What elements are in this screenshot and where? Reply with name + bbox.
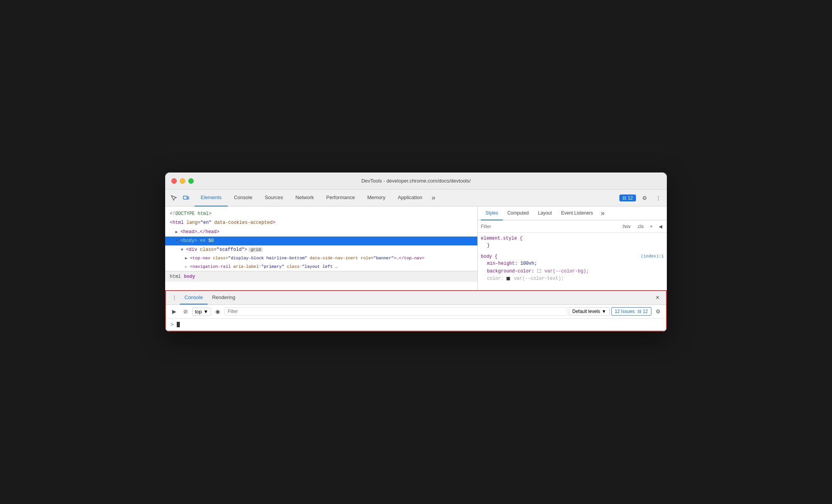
top-label: top xyxy=(195,309,202,315)
tab-elements[interactable]: Elements xyxy=(194,189,228,206)
color-swatch[interactable] xyxy=(506,277,510,281)
elements-panel: <!DOCTYPE html> <html lang="en" data-coo… xyxy=(165,206,478,290)
breadcrumb-html[interactable]: html xyxy=(170,274,181,279)
style-prop-min-height[interactable]: min-height: 100vh; xyxy=(481,260,664,267)
maximize-button[interactable] xyxy=(188,178,194,184)
tab-application[interactable]: Application xyxy=(392,189,429,206)
tab-memory[interactable]: Memory xyxy=(361,189,392,206)
close-drawer-button[interactable]: × xyxy=(652,292,663,303)
settings-icon[interactable]: ⚙ xyxy=(639,193,650,203)
styles-filter-bar: :hov .cls + ◀ xyxy=(478,220,667,233)
styles-filter-input[interactable] xyxy=(481,224,617,229)
dropdown-arrow-icon: ▼ xyxy=(203,309,208,315)
bg-color-swatch[interactable] xyxy=(537,269,541,273)
issues-count-button[interactable]: 12 Issues: ⊟ 12 xyxy=(611,307,651,316)
more-options-icon[interactable]: ⋮ xyxy=(653,193,664,203)
execute-script-icon[interactable]: ▶ xyxy=(169,306,179,316)
body-source[interactable]: (index):1 xyxy=(641,254,664,260)
dom-body[interactable]: ▼ <body> == $0 xyxy=(165,237,477,245)
dom-div-scaffold[interactable]: ▼ <div class="scaffold">grid xyxy=(165,245,477,254)
minimize-button[interactable] xyxy=(180,178,185,184)
clear-console-icon[interactable]: ⊘ xyxy=(181,306,191,316)
issues-label: 12 Issues: xyxy=(615,309,636,314)
svg-rect-1 xyxy=(187,197,189,199)
device-toolbar-icon[interactable] xyxy=(181,193,191,203)
tabbar-right: ⊟ 12 ⚙ ⋮ xyxy=(619,193,664,203)
filter-cls-button[interactable]: .cls xyxy=(635,223,645,230)
issues-badge[interactable]: ⊟ 12 xyxy=(619,194,636,201)
styles-tabs: Styles Computed Layout Event Listeners » xyxy=(478,206,667,220)
issues-icon: ⊟ xyxy=(622,195,626,201)
styles-more-tabs[interactable]: » xyxy=(598,206,608,220)
main-content: <!DOCTYPE html> <html lang="en" data-coo… xyxy=(165,206,667,290)
console-cursor: | xyxy=(177,322,180,327)
window-title: DevTools - developer.chrome.com/docs/dev… xyxy=(361,178,470,184)
style-rule-element: element.style { } xyxy=(481,236,664,249)
body-selector[interactable]: body { xyxy=(481,254,497,259)
traffic-lights xyxy=(171,178,194,184)
console-drawer-more-icon[interactable]: ⋮ xyxy=(169,292,180,303)
breadcrumb-body[interactable]: body xyxy=(184,274,195,279)
console-body[interactable]: > | xyxy=(166,319,666,331)
dom-doctype[interactable]: <!DOCTYPE html> xyxy=(165,210,477,218)
console-toolbar: ▶ ⊘ top ▼ ◉ Default levels ▼ 12 Issues: … xyxy=(166,305,666,319)
tab-event-listeners[interactable]: Event Listeners xyxy=(556,206,598,220)
svg-rect-0 xyxy=(183,196,187,199)
inspect-element-icon[interactable] xyxy=(168,193,179,203)
tab-console[interactable]: Console xyxy=(228,189,259,206)
tab-network[interactable]: Network xyxy=(289,189,320,206)
console-drawer: ⋮ Console Rendering × ▶ ⊘ top ▼ ◉ Defaul… xyxy=(165,290,667,331)
title-bar: DevTools - developer.chrome.com/docs/dev… xyxy=(165,173,667,189)
issues-count-label: 12 xyxy=(643,309,648,314)
issues-icon-small: ⊟ xyxy=(638,309,641,314)
tab-layout[interactable]: Layout xyxy=(533,206,556,220)
styles-panel: Styles Computed Layout Event Listeners »… xyxy=(478,206,667,290)
tab-icons xyxy=(168,193,191,203)
default-levels-arrow: ▼ xyxy=(602,309,606,314)
console-chevron: > xyxy=(171,322,174,328)
default-levels-label: Default levels xyxy=(572,309,600,314)
tab-performance[interactable]: Performance xyxy=(320,189,361,206)
top-frame-selector[interactable]: top ▼ xyxy=(192,308,211,316)
filter-toggle-button[interactable]: ◀ xyxy=(657,223,664,230)
filter-plus-button[interactable]: + xyxy=(648,223,654,230)
style-selector[interactable]: element.style { xyxy=(481,236,664,241)
close-button[interactable] xyxy=(171,178,177,184)
style-prop-bg-color[interactable]: background-color: var(--color-bg); xyxy=(481,268,664,275)
default-levels-button[interactable]: Default levels ▼ xyxy=(569,307,610,316)
dom-nav-rail[interactable]: ▶ <navigation-rail aria-label="primary" … xyxy=(165,263,477,271)
devtools-window: DevTools - developer.chrome.com/docs/dev… xyxy=(165,173,667,331)
eye-icon[interactable]: ◉ xyxy=(213,306,223,316)
tab-styles[interactable]: Styles xyxy=(481,206,503,220)
top-tabbar: Elements Console Sources Network Perform… xyxy=(165,189,667,206)
tab-console-drawer[interactable]: Console xyxy=(180,291,208,304)
devtools-panel: Elements Console Sources Network Perform… xyxy=(165,189,667,331)
issues-count: 12 xyxy=(628,195,633,201)
dom-head[interactable]: ▶ <head>…</head> xyxy=(165,228,477,237)
style-close-brace: } xyxy=(481,242,664,249)
tab-sources[interactable]: Sources xyxy=(259,189,289,206)
breadcrumb-bar: html body xyxy=(165,271,477,282)
console-filter-input[interactable] xyxy=(224,307,567,316)
dom-top-nav[interactable]: ▶ <top-nav class="display-block hairline… xyxy=(165,254,477,263)
console-settings-icon[interactable]: ⚙ xyxy=(653,306,663,316)
style-prop-color[interactable]: color: var(--color-text); xyxy=(481,275,664,282)
console-drawer-tabs: ⋮ Console Rendering × xyxy=(166,291,666,305)
filter-actions: :hov .cls + ◀ xyxy=(620,223,664,230)
filter-hov-button[interactable]: :hov xyxy=(620,223,632,230)
styles-content: element.style { } body { (index):1 min-h… xyxy=(478,233,667,290)
style-rule-body: body { (index):1 min-height: 100vh; back… xyxy=(481,254,664,282)
tab-computed[interactable]: Computed xyxy=(503,206,533,220)
more-tabs-button[interactable]: » xyxy=(428,191,438,205)
console-prompt[interactable]: > | xyxy=(171,322,661,328)
dom-html[interactable]: <html lang="en" data-cookies-accepted> xyxy=(165,218,477,227)
tab-rendering[interactable]: Rendering xyxy=(208,291,240,304)
